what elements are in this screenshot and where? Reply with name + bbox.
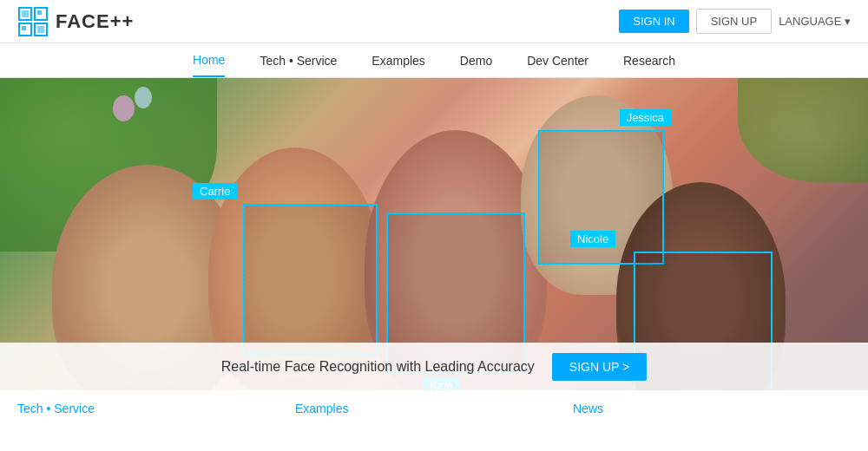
logo-text: FACE++ — [56, 10, 134, 33]
balloon-2 — [135, 87, 152, 108]
footer-link-group-3: News — [573, 401, 851, 441]
footer-link-examples[interactable]: Examples — [295, 402, 348, 415]
footer-link-tech-service[interactable]: Tech • Service — [17, 402, 95, 415]
svg-rect-3 — [37, 10, 42, 15]
nav-research[interactable]: Research — [623, 45, 675, 76]
nav-home[interactable]: Home — [193, 44, 225, 77]
cta-text: Real-time Face Recognition with Leading … — [221, 359, 535, 375]
header-right: SIGN IN SIGN UP LANGUAGE ▾ — [619, 9, 851, 34]
nav-dev-center[interactable]: Dev Center — [527, 45, 589, 76]
signin-button[interactable]: SIGN IN — [619, 10, 688, 33]
face-box-carrie: Carrie — [243, 204, 378, 356]
footer-links: Tech • Service Examples News — [0, 390, 868, 451]
main-nav: Home Tech • Service Examples Demo Dev Ce… — [0, 43, 868, 78]
header: FACE++ SIGN IN SIGN UP LANGUAGE ▾ — [0, 0, 868, 43]
nav-tech-service[interactable]: Tech • Service — [260, 45, 337, 76]
svg-rect-7 — [37, 26, 44, 33]
logo-area: FACE++ — [17, 6, 134, 37]
face-label-carrie: Carrie — [193, 183, 237, 199]
face-label-nicole: Nicole — [570, 231, 615, 247]
cta-signup-button[interactable]: SIGN UP > — [552, 353, 647, 381]
face-label-jessica: Jessica — [620, 109, 671, 126]
svg-rect-1 — [22, 10, 29, 17]
logo-icon — [17, 6, 49, 37]
nav-examples[interactable]: Examples — [372, 45, 424, 76]
hero-section: Carrie Kate Jessica Nicole Real-time Fac… — [0, 78, 868, 390]
nav-demo[interactable]: Demo — [460, 45, 492, 76]
footer-link-group-1: Tech • Service — [17, 401, 295, 441]
svg-rect-5 — [22, 26, 26, 30]
cta-bar: Real-time Face Recognition with Leading … — [0, 343, 868, 390]
footer-link-group-2: Examples — [295, 401, 573, 441]
language-button[interactable]: LANGUAGE ▾ — [779, 15, 851, 28]
balloon-1 — [113, 95, 135, 121]
footer-link-news[interactable]: News — [573, 402, 603, 415]
signup-header-button[interactable]: SIGN UP — [696, 9, 772, 34]
